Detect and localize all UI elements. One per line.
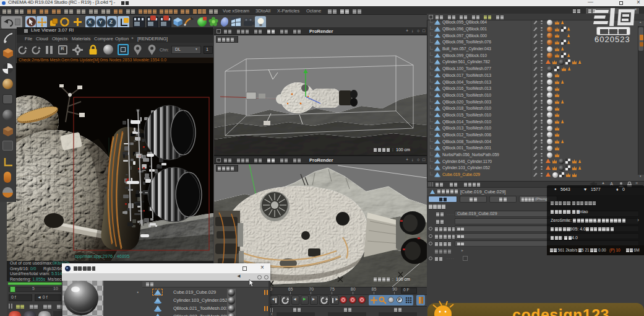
svg-text:spp/max:spp:2976 / 46895: spp/max:spp:2976 / 46895 — [75, 253, 129, 259]
